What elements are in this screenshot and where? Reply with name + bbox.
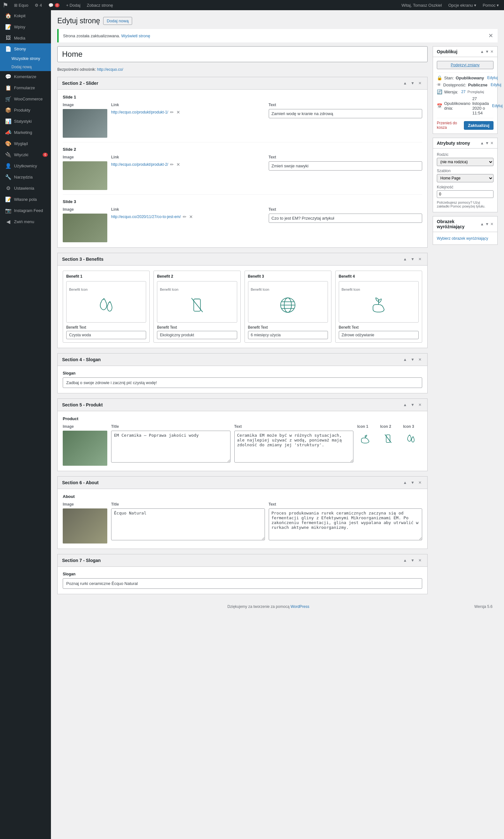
sidebar-item-produkty[interactable]: 📦 Produkty bbox=[0, 105, 51, 116]
featured-image-controls: ▲ ▼ ✕ bbox=[480, 222, 493, 226]
slogan-input[interactable] bbox=[63, 377, 422, 388]
visibility-edit-link[interactable]: Edytuj bbox=[491, 83, 501, 87]
slide-1-edit-link-btn[interactable]: ✏ bbox=[169, 109, 175, 115]
slide-3-link[interactable]: http://ecquo.co/2020/11/27/co-to-jest-em… bbox=[111, 215, 181, 219]
footer-wp-link[interactable]: WordPress bbox=[290, 604, 309, 609]
publish-panel-close[interactable]: ✕ bbox=[490, 49, 493, 54]
sidebar-item-formularze[interactable]: 📋 Formularze bbox=[0, 82, 51, 93]
section-slogan-close[interactable]: ✕ bbox=[417, 357, 423, 362]
wp-logo[interactable]: ⚑ bbox=[2, 1, 8, 9]
sidebar-item-instagram-feed[interactable]: 📷 Instagram Feed bbox=[0, 205, 51, 216]
section-product-up[interactable]: ▲ bbox=[402, 402, 408, 408]
section-about-close[interactable]: ✕ bbox=[417, 480, 423, 485]
sidebar-item-woocommerce[interactable]: 🛒 WooCommerce bbox=[0, 93, 51, 105]
order-input[interactable] bbox=[437, 190, 493, 198]
product-title-input[interactable]: EM Ceramika – Poprawa jakości wody bbox=[111, 431, 231, 463]
screen-options[interactable]: Opcje ekranu ▾ bbox=[446, 3, 479, 8]
attributes-up[interactable]: ▲ bbox=[480, 141, 484, 145]
benefit-1-text-input[interactable] bbox=[66, 331, 146, 339]
ab-updates[interactable]: ⚙ 4 bbox=[32, 0, 45, 10]
product-title-header: Title bbox=[111, 424, 231, 429]
slide-2-link[interactable]: http://ecquo.co/produkt/produkt-2/ bbox=[111, 162, 168, 167]
section-slogan2-close[interactable]: ✕ bbox=[417, 558, 423, 563]
sidebar-item-komentarze[interactable]: 💬 Komentarze bbox=[0, 71, 51, 82]
featured-image-close[interactable]: ✕ bbox=[490, 222, 493, 226]
slide-2-edit-link-btn[interactable]: ✏ bbox=[169, 161, 175, 168]
benefit-4-text-input[interactable] bbox=[339, 331, 419, 339]
section-slogan2-up[interactable]: ▲ bbox=[402, 558, 408, 563]
sidebar-item-strony[interactable]: 📄 Strony Wszystkie strony Dodaj nową bbox=[0, 44, 51, 71]
section-product-down[interactable]: ▼ bbox=[410, 402, 416, 408]
section-slogan-up[interactable]: ▲ bbox=[402, 357, 408, 362]
sidebar-item-wpisy[interactable]: 📝 Wpisy bbox=[0, 21, 51, 33]
publish-button[interactable]: Zaktualizuj bbox=[464, 121, 493, 130]
sidebar-item-wlasne-pola[interactable]: 📝 Własne pola bbox=[0, 194, 51, 205]
sidebar-item-narzedzia[interactable]: 🔧 Narzędzia bbox=[0, 171, 51, 183]
sidebar-item-kokpit[interactable]: 🏠 Kokpit bbox=[0, 10, 51, 21]
featured-image-header: Obrazek wyróżniający ▲ ▼ ✕ bbox=[433, 217, 497, 232]
ab-new[interactable]: + Dodaj bbox=[63, 0, 84, 10]
section-slider-collapse-up[interactable]: ▲ bbox=[402, 80, 408, 86]
add-new-button[interactable]: Dodaj nową bbox=[103, 17, 132, 25]
page-name-input[interactable] bbox=[57, 46, 428, 62]
section-slider-collapse-down[interactable]: ▼ bbox=[410, 80, 416, 86]
preview-changes-btn[interactable]: Podejrzyj zmiany bbox=[437, 61, 493, 69]
ab-view-page[interactable]: Zobacz stronę bbox=[84, 0, 116, 10]
sidebar-item-marketing[interactable]: 📣 Marketing bbox=[0, 127, 51, 138]
notice-close-button[interactable]: ✕ bbox=[488, 32, 493, 39]
product-icon3-header: Icon 3 bbox=[403, 424, 422, 429]
sidebar-item-wyglad[interactable]: 🎨 Wygląd bbox=[0, 138, 51, 149]
product-icon3-svg bbox=[405, 432, 417, 445]
slide-2-text-input[interactable] bbox=[269, 161, 422, 171]
slide-2-remove-link-btn[interactable]: ✕ bbox=[176, 161, 181, 168]
sidebar-item-statystyki[interactable]: 📊 Statystyki bbox=[0, 116, 51, 127]
submenu-wszystkie-strony[interactable]: Wszystkie strony bbox=[0, 54, 51, 63]
status-edit-link[interactable]: Edytuj bbox=[487, 75, 498, 80]
section-slogan2-down[interactable]: ▼ bbox=[410, 558, 416, 563]
help-button[interactable]: Pomoc ▾ bbox=[480, 3, 502, 8]
sidebar-item-ustawienia[interactable]: ⚙ Ustawienia bbox=[0, 183, 51, 194]
view-page-link[interactable]: Wyświetl stronę bbox=[121, 33, 150, 38]
sidebar-item-wtyczki[interactable]: 🔌 Wtyczki 6 bbox=[0, 149, 51, 160]
about-title-input[interactable]: Ēcquo Natural bbox=[111, 509, 265, 540]
product-text-input[interactable]: Ceramika EM może być w różnych sytuacjac… bbox=[234, 431, 354, 463]
attributes-down[interactable]: ▼ bbox=[485, 141, 489, 145]
section-about-down[interactable]: ▼ bbox=[410, 480, 416, 485]
ab-comments[interactable]: 💬 0 bbox=[45, 0, 63, 10]
slide-1-link[interactable]: http://ecquo.co/produkt/produkt-1/ bbox=[111, 110, 168, 115]
publish-actions: Przenieś do kosza Zaktualizuj bbox=[437, 121, 493, 130]
slogan2-input[interactable] bbox=[63, 578, 422, 589]
featured-image-down[interactable]: ▼ bbox=[485, 222, 489, 226]
sidebar-item-uzytkownicy[interactable]: 👤 Użytkownicy bbox=[0, 160, 51, 171]
template-select[interactable]: Home Page bbox=[437, 174, 493, 182]
publish-panel-up[interactable]: ▲ bbox=[480, 49, 484, 54]
trash-link[interactable]: Przenieś do kosza bbox=[437, 121, 464, 130]
benefit-2-text-input[interactable] bbox=[157, 331, 237, 339]
section-benefits-up[interactable]: ▲ bbox=[402, 256, 408, 262]
section-slogan-down[interactable]: ▼ bbox=[410, 357, 416, 362]
parent-select[interactable]: (nie ma rodzica) bbox=[437, 158, 493, 166]
sidebar-item-collapse[interactable]: ◀ Zwiń menu bbox=[0, 216, 51, 227]
slide-1-remove-link-btn[interactable]: ✕ bbox=[176, 109, 181, 115]
section-about-up[interactable]: ▲ bbox=[402, 480, 408, 485]
ab-equo[interactable]: ⊞ Equo bbox=[11, 0, 32, 10]
attributes-close[interactable]: ✕ bbox=[490, 141, 493, 145]
slide-3-text-input[interactable] bbox=[269, 213, 422, 223]
slide-3-remove-link-btn[interactable]: ✕ bbox=[188, 213, 194, 220]
section-benefits-down[interactable]: ▼ bbox=[410, 256, 416, 262]
revision-link[interactable]: 27 bbox=[461, 89, 466, 94]
featured-image-up[interactable]: ▲ bbox=[480, 222, 484, 226]
slide-1-text-input[interactable] bbox=[269, 109, 422, 118]
section-slider-close[interactable]: ✕ bbox=[417, 80, 423, 86]
benefit-3-text-input[interactable] bbox=[248, 331, 328, 339]
date-edit-link[interactable]: Edytuj bbox=[492, 104, 502, 108]
publish-panel-down[interactable]: ▼ bbox=[485, 49, 489, 54]
sidebar-item-media[interactable]: 🖼 Media bbox=[0, 33, 51, 44]
section-product-close[interactable]: ✕ bbox=[417, 402, 423, 408]
set-featured-image-link[interactable]: Wybierz obrazek wyróżniający bbox=[437, 236, 488, 241]
submenu-dodaj-nowa[interactable]: Dodaj nową bbox=[0, 63, 51, 71]
slide-3-edit-link-btn[interactable]: ✏ bbox=[182, 213, 187, 220]
about-text-input[interactable]: Proces produkowania rurek ceramicznych z… bbox=[269, 509, 422, 540]
section-benefits-close[interactable]: ✕ bbox=[417, 256, 423, 262]
permalink-link[interactable]: http://ecquo.co/ bbox=[97, 67, 123, 72]
